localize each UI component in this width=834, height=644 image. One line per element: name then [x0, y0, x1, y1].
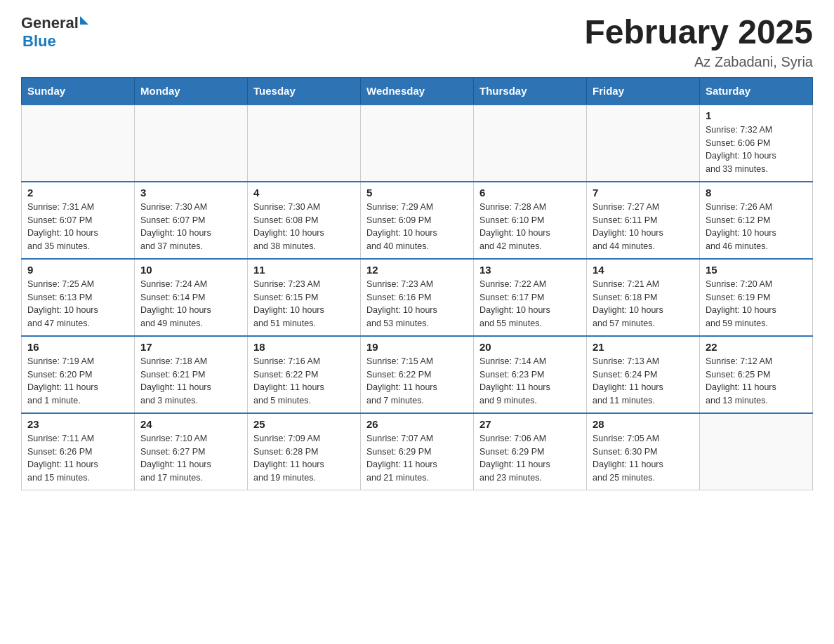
header: General Blue February 2025 Az Zabadani, … — [21, 14, 813, 70]
day-cell: 16Sunrise: 7:19 AMSunset: 6:20 PMDayligh… — [22, 336, 135, 413]
day-number: 10 — [140, 264, 241, 276]
day-number: 22 — [706, 341, 807, 353]
day-number: 17 — [140, 341, 241, 353]
day-cell — [587, 105, 700, 182]
day-cell: 1Sunrise: 7:32 AMSunset: 6:06 PMDaylight… — [700, 105, 813, 182]
day-cell: 11Sunrise: 7:23 AMSunset: 6:15 PMDayligh… — [248, 259, 361, 336]
day-cell: 8Sunrise: 7:26 AMSunset: 6:12 PMDaylight… — [700, 182, 813, 259]
day-number: 27 — [479, 418, 581, 430]
day-cell: 25Sunrise: 7:09 AMSunset: 6:28 PMDayligh… — [248, 413, 361, 490]
day-cell — [22, 105, 135, 182]
day-cell: 9Sunrise: 7:25 AMSunset: 6:13 PMDaylight… — [22, 259, 135, 336]
header-row: SundayMondayTuesdayWednesdayThursdayFrid… — [22, 77, 813, 105]
day-cell: 5Sunrise: 7:29 AMSunset: 6:09 PMDaylight… — [361, 182, 474, 259]
day-number: 12 — [366, 264, 468, 276]
day-number: 11 — [253, 264, 355, 276]
day-number: 1 — [706, 109, 807, 121]
day-cell — [361, 105, 474, 182]
day-info: Sunrise: 7:16 AMSunset: 6:22 PMDaylight:… — [253, 355, 355, 408]
day-info: Sunrise: 7:31 AMSunset: 6:07 PMDaylight:… — [27, 201, 128, 253]
day-info: Sunrise: 7:30 AMSunset: 6:07 PMDaylight:… — [140, 201, 241, 253]
week-row-1: 1Sunrise: 7:32 AMSunset: 6:06 PMDaylight… — [22, 105, 813, 182]
day-info: Sunrise: 7:06 AMSunset: 6:29 PMDaylight:… — [479, 432, 581, 485]
day-info: Sunrise: 7:19 AMSunset: 6:20 PMDaylight:… — [27, 355, 128, 408]
day-cell: 12Sunrise: 7:23 AMSunset: 6:16 PMDayligh… — [361, 259, 474, 336]
header-day-thursday: Thursday — [474, 77, 587, 105]
day-info: Sunrise: 7:28 AMSunset: 6:10 PMDaylight:… — [479, 201, 581, 253]
day-number: 28 — [593, 418, 694, 430]
day-info: Sunrise: 7:13 AMSunset: 6:24 PMDaylight:… — [593, 355, 694, 408]
day-cell: 21Sunrise: 7:13 AMSunset: 6:24 PMDayligh… — [587, 336, 700, 413]
calendar: SundayMondayTuesdayWednesdayThursdayFrid… — [21, 77, 813, 491]
day-number: 24 — [140, 418, 241, 430]
header-day-saturday: Saturday — [700, 77, 813, 105]
day-info: Sunrise: 7:09 AMSunset: 6:28 PMDaylight:… — [253, 432, 355, 485]
day-cell: 26Sunrise: 7:07 AMSunset: 6:29 PMDayligh… — [361, 413, 474, 490]
day-number: 8 — [706, 187, 807, 199]
day-number: 7 — [593, 187, 694, 199]
day-cell: 18Sunrise: 7:16 AMSunset: 6:22 PMDayligh… — [248, 336, 361, 413]
day-cell: 4Sunrise: 7:30 AMSunset: 6:08 PMDaylight… — [248, 182, 361, 259]
week-row-4: 16Sunrise: 7:19 AMSunset: 6:20 PMDayligh… — [22, 336, 813, 413]
day-info: Sunrise: 7:25 AMSunset: 6:13 PMDaylight:… — [27, 278, 128, 330]
day-cell: 14Sunrise: 7:21 AMSunset: 6:18 PMDayligh… — [587, 259, 700, 336]
day-number: 9 — [27, 264, 128, 276]
day-cell: 22Sunrise: 7:12 AMSunset: 6:25 PMDayligh… — [700, 336, 813, 413]
week-row-2: 2Sunrise: 7:31 AMSunset: 6:07 PMDaylight… — [22, 182, 813, 259]
day-cell: 20Sunrise: 7:14 AMSunset: 6:23 PMDayligh… — [474, 336, 587, 413]
day-number: 23 — [27, 418, 128, 430]
logo-arrow-icon — [80, 16, 88, 25]
day-number: 6 — [479, 187, 581, 199]
day-cell: 15Sunrise: 7:20 AMSunset: 6:19 PMDayligh… — [700, 259, 813, 336]
day-info: Sunrise: 7:27 AMSunset: 6:11 PMDaylight:… — [593, 201, 694, 253]
day-cell — [248, 105, 361, 182]
day-cell: 3Sunrise: 7:30 AMSunset: 6:07 PMDaylight… — [135, 182, 248, 259]
day-number: 3 — [140, 187, 241, 199]
header-day-tuesday: Tuesday — [248, 77, 361, 105]
day-cell: 6Sunrise: 7:28 AMSunset: 6:10 PMDaylight… — [474, 182, 587, 259]
day-cell: 13Sunrise: 7:22 AMSunset: 6:17 PMDayligh… — [474, 259, 587, 336]
day-info: Sunrise: 7:05 AMSunset: 6:30 PMDaylight:… — [593, 432, 694, 485]
day-info: Sunrise: 7:20 AMSunset: 6:19 PMDaylight:… — [706, 278, 807, 330]
day-info: Sunrise: 7:14 AMSunset: 6:23 PMDaylight:… — [479, 355, 581, 408]
day-number: 20 — [479, 341, 581, 353]
subtitle: Az Zabadani, Syria — [584, 54, 813, 70]
day-number: 26 — [366, 418, 468, 430]
day-info: Sunrise: 7:32 AMSunset: 6:06 PMDaylight:… — [706, 123, 807, 176]
day-cell: 7Sunrise: 7:27 AMSunset: 6:11 PMDaylight… — [587, 182, 700, 259]
day-cell: 24Sunrise: 7:10 AMSunset: 6:27 PMDayligh… — [135, 413, 248, 490]
day-number: 21 — [593, 341, 694, 353]
day-number: 25 — [253, 418, 355, 430]
day-info: Sunrise: 7:10 AMSunset: 6:27 PMDaylight:… — [140, 432, 241, 485]
day-info: Sunrise: 7:26 AMSunset: 6:12 PMDaylight:… — [706, 201, 807, 253]
day-info: Sunrise: 7:23 AMSunset: 6:15 PMDaylight:… — [253, 278, 355, 330]
day-cell: 2Sunrise: 7:31 AMSunset: 6:07 PMDaylight… — [22, 182, 135, 259]
day-cell: 17Sunrise: 7:18 AMSunset: 6:21 PMDayligh… — [135, 336, 248, 413]
day-info: Sunrise: 7:12 AMSunset: 6:25 PMDaylight:… — [706, 355, 807, 408]
day-number: 4 — [253, 187, 355, 199]
day-number: 16 — [27, 341, 128, 353]
day-info: Sunrise: 7:22 AMSunset: 6:17 PMDaylight:… — [479, 278, 581, 330]
header-day-monday: Monday — [135, 77, 248, 105]
day-info: Sunrise: 7:23 AMSunset: 6:16 PMDaylight:… — [366, 278, 468, 330]
day-cell: 28Sunrise: 7:05 AMSunset: 6:30 PMDayligh… — [587, 413, 700, 490]
calendar-header: SundayMondayTuesdayWednesdayThursdayFrid… — [22, 77, 813, 105]
day-number: 13 — [479, 264, 581, 276]
week-row-3: 9Sunrise: 7:25 AMSunset: 6:13 PMDaylight… — [22, 259, 813, 336]
day-cell — [700, 413, 813, 490]
day-info: Sunrise: 7:29 AMSunset: 6:09 PMDaylight:… — [366, 201, 468, 253]
week-row-5: 23Sunrise: 7:11 AMSunset: 6:26 PMDayligh… — [22, 413, 813, 490]
day-info: Sunrise: 7:15 AMSunset: 6:22 PMDaylight:… — [366, 355, 468, 408]
day-number: 18 — [253, 341, 355, 353]
day-number: 19 — [366, 341, 468, 353]
title-section: February 2025 Az Zabadani, Syria — [584, 14, 813, 70]
day-info: Sunrise: 7:11 AMSunset: 6:26 PMDaylight:… — [27, 432, 128, 485]
day-info: Sunrise: 7:07 AMSunset: 6:29 PMDaylight:… — [366, 432, 468, 485]
logo-general: General — [21, 14, 79, 32]
day-number: 14 — [593, 264, 694, 276]
day-info: Sunrise: 7:18 AMSunset: 6:21 PMDaylight:… — [140, 355, 241, 408]
day-cell: 10Sunrise: 7:24 AMSunset: 6:14 PMDayligh… — [135, 259, 248, 336]
day-info: Sunrise: 7:21 AMSunset: 6:18 PMDaylight:… — [593, 278, 694, 330]
day-cell: 23Sunrise: 7:11 AMSunset: 6:26 PMDayligh… — [22, 413, 135, 490]
calendar-body: 1Sunrise: 7:32 AMSunset: 6:06 PMDaylight… — [22, 105, 813, 490]
